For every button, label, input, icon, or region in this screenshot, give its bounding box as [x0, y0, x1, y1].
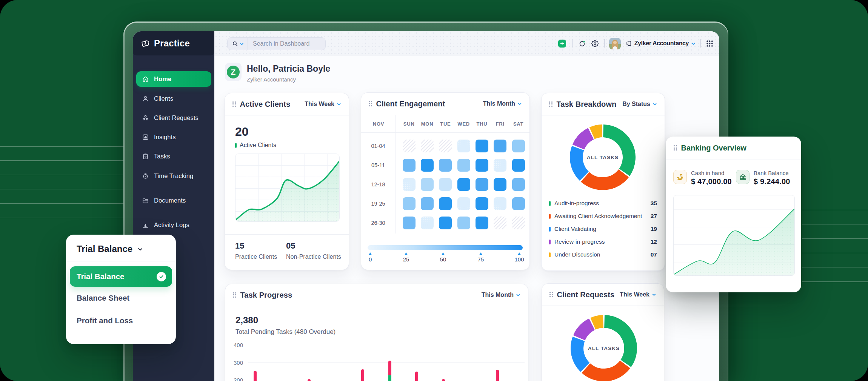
heatmap-cell-nodata[interactable] — [439, 140, 452, 152]
heatmap-cell[interactable] — [494, 178, 506, 191]
heatmap-cell[interactable] — [439, 159, 452, 172]
dropdown-option-trial-balance[interactable]: Trial Balance — [70, 266, 172, 287]
heatmap-cell[interactable] — [439, 197, 452, 210]
sidebar-item-clients[interactable]: Clients — [136, 91, 211, 106]
legend-label: Review-in-progress — [554, 238, 605, 245]
bar-overdue[interactable] — [388, 361, 391, 375]
settings-button[interactable] — [591, 40, 599, 47]
dropdown-option-profit-and-loss[interactable]: Profit and Loss — [70, 309, 172, 332]
legend-label: Client Validating — [554, 226, 596, 232]
heatmap-cell[interactable] — [457, 197, 470, 210]
heatmap-cell[interactable] — [494, 197, 506, 210]
deco-line — [0, 218, 124, 218]
heatmap-cell[interactable] — [476, 159, 488, 172]
banking-stats: Cash in hand $ 47,000.00 Bank Balance $ … — [673, 170, 797, 186]
search-input[interactable]: Search in Dashboard — [227, 37, 326, 50]
user-avatar[interactable] — [609, 38, 621, 49]
deco-line — [802, 253, 868, 253]
heatmap-cell[interactable] — [421, 217, 434, 229]
heatmap-cell-nodata[interactable] — [494, 217, 506, 229]
legend-color-pill — [549, 252, 551, 257]
heatmap-cell[interactable] — [457, 159, 470, 172]
add-new-button[interactable] — [558, 40, 566, 48]
heatmap-cell[interactable] — [421, 178, 434, 191]
legend-label: Under Discussion — [554, 251, 600, 258]
heatmap-cell-nodata[interactable] — [421, 140, 434, 152]
active-clients-value-label: Active Clients — [235, 142, 276, 149]
org-avatar: Z — [225, 63, 242, 81]
client-requests-filter[interactable]: This Week — [620, 291, 656, 298]
sidebar-item-client-requests[interactable]: Client Requests — [136, 110, 211, 126]
org-switcher[interactable]: Zylker Accountancy — [634, 40, 689, 47]
search-scope-dropdown[interactable] — [228, 38, 248, 50]
heatmap-cell[interactable] — [512, 197, 525, 210]
heatmap-cell[interactable] — [476, 178, 488, 191]
card-title: Task Breakdown — [557, 100, 617, 109]
heatmap-cell[interactable] — [403, 217, 416, 229]
heatmap-cell[interactable] — [512, 140, 525, 152]
sync-button[interactable] — [579, 40, 586, 47]
trial-balance-dropdown: Trial Balance Trial BalanceBalance Sheet… — [66, 235, 176, 344]
sidebar-item-tasks[interactable]: Tasks — [136, 149, 211, 164]
active-clients-card: Active Clients This Week 20 Active Clien… — [225, 93, 349, 270]
heatmap-cell-nodata[interactable] — [403, 140, 416, 152]
apps-grid-button[interactable] — [706, 40, 713, 47]
heatmap-cell[interactable] — [476, 217, 488, 229]
bar-overdue[interactable] — [361, 369, 364, 381]
filter-label: This Month — [483, 100, 515, 107]
sidebar-item-documents[interactable]: Documents — [136, 193, 211, 208]
topbar: Search in Dashboard — [214, 31, 719, 55]
client-engagement-filter[interactable]: This Month — [483, 100, 522, 107]
active-clients-value: 20 — [235, 125, 276, 139]
bar-overdue[interactable] — [254, 371, 257, 381]
deco-line — [0, 160, 124, 161]
sidebar-item-label: Home — [154, 75, 171, 83]
drag-handle-icon[interactable] — [549, 292, 553, 298]
bar-overdue[interactable] — [496, 370, 499, 381]
trial-balance-header[interactable]: Trial Balance — [66, 235, 176, 261]
chevron-down-icon[interactable] — [691, 41, 696, 46]
sidebar-item-insights[interactable]: Insights — [136, 129, 211, 145]
heatmap-cell[interactable] — [403, 159, 416, 172]
legend-value: 35 — [651, 200, 657, 207]
bar-overdue[interactable] — [308, 379, 311, 381]
app-logo[interactable]: Practice — [133, 31, 214, 55]
heatmap-cell[interactable] — [457, 217, 470, 229]
filter-label: By Status — [622, 101, 650, 108]
bar-completed[interactable] — [388, 375, 391, 381]
heatmap-cell[interactable] — [476, 140, 488, 152]
sidebar-item-time-tracking[interactable]: Time Tracking — [136, 168, 211, 184]
sidebar-item-activity-logs[interactable]: Activity Logs — [136, 217, 211, 233]
heatmap-cell-nodata[interactable] — [512, 217, 525, 229]
heatmap-cell[interactable] — [494, 140, 506, 152]
heatmap-row-label: 12-18 — [371, 181, 385, 187]
bar-overdue[interactable] — [442, 379, 445, 381]
drag-handle-icon[interactable] — [232, 101, 236, 107]
dropdown-option-balance-sheet[interactable]: Balance Sheet — [70, 287, 172, 309]
heatmap-cell[interactable] — [403, 197, 416, 210]
heatmap-cell[interactable] — [421, 197, 434, 210]
task-breakdown-filter[interactable]: By Status — [622, 101, 657, 108]
drag-handle-icon[interactable] — [674, 145, 677, 151]
drag-handle-icon[interactable] — [369, 101, 372, 107]
heatmap-cell[interactable] — [457, 140, 470, 152]
legend-row: Client Validating 19 — [549, 223, 657, 235]
heatmap-cell[interactable] — [421, 159, 434, 172]
heatmap-cell[interactable] — [439, 217, 452, 229]
heatmap-cell[interactable] — [476, 197, 488, 210]
heatmap-cell[interactable] — [512, 178, 525, 191]
active-clients-filter[interactable]: This Week — [305, 101, 341, 108]
heatmap-cell[interactable] — [439, 178, 452, 191]
drag-handle-icon[interactable] — [549, 101, 553, 107]
heatmap-day-label: MON — [421, 121, 434, 127]
colorbar-tick-icon — [518, 252, 521, 255]
bar-overdue[interactable] — [415, 372, 418, 381]
deco-line — [0, 203, 124, 204]
heatmap-cell[interactable] — [457, 178, 470, 191]
heatmap-row-label: 05-11 — [371, 162, 385, 168]
sidebar-item-home[interactable]: Home — [136, 71, 211, 87]
colorbar-tick-label: 100 — [514, 256, 524, 263]
heatmap-cell[interactable] — [403, 178, 416, 191]
heatmap-cell[interactable] — [494, 159, 506, 172]
heatmap-cell[interactable] — [512, 159, 525, 172]
